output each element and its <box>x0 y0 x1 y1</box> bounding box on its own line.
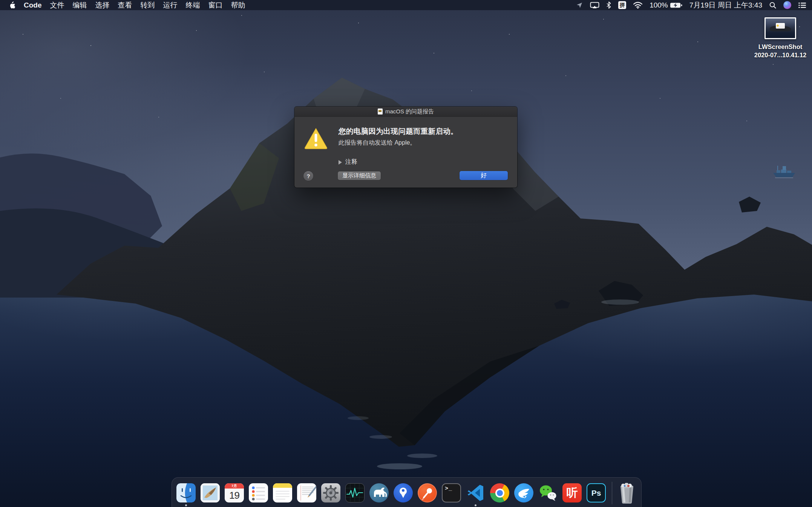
photoshop-icon: Ps <box>587 483 606 502</box>
comments-disclosure[interactable]: 注释 <box>339 158 357 166</box>
dialog-title: macOS 的问题报告 <box>385 108 434 115</box>
activity-monitor-icon <box>345 483 365 502</box>
dock-item-ting[interactable]: 听 <box>562 483 582 502</box>
dialog-heading: 您的电脑因为出现问题而重新启动。 <box>339 126 458 136</box>
dock-item-textedit[interactable] <box>297 483 316 502</box>
mamp-elephant-icon <box>369 483 389 502</box>
dialog-body-text: 此报告将自动发送给 Apple。 <box>339 139 416 147</box>
dock-item-finder[interactable] <box>176 483 196 502</box>
menu-selection[interactable]: 选择 <box>91 0 114 10</box>
problem-report-dialog: macOS 的问题报告 您的电脑因为出现问题而重新启动。 此报告将自动发送给 A… <box>294 107 517 188</box>
menu-view[interactable]: 查看 <box>114 0 136 10</box>
dock-item-activity-monitor[interactable] <box>345 483 365 502</box>
dock-item-chrome[interactable] <box>490 483 509 502</box>
dock-divider <box>612 482 612 504</box>
document-icon <box>378 108 383 115</box>
screen-mirroring-icon[interactable] <box>590 2 599 9</box>
calendar-icon: 7月 19 <box>225 483 244 502</box>
wechat-icon <box>538 483 558 502</box>
show-details-button[interactable]: 显示详细信息 <box>338 171 381 180</box>
dock-item-photoshop[interactable]: Ps <box>587 483 606 502</box>
dock-item-postman[interactable] <box>418 483 437 502</box>
wifi-icon[interactable] <box>633 2 642 9</box>
postman-icon <box>418 483 437 502</box>
menu-file[interactable]: 文件 <box>46 0 69 10</box>
dock-item-terminal[interactable]: >_ <box>442 483 461 502</box>
menu-bar-status: 拼 100% 7月19日 周日 上午3:43 <box>576 0 812 10</box>
disclosure-triangle-icon <box>339 160 342 165</box>
trash-full-icon <box>618 483 636 504</box>
notes-icon <box>273 483 292 502</box>
dock-item-reminders[interactable] <box>249 483 268 502</box>
ting-glyph: 听 <box>567 485 578 501</box>
desktop: Code 文件 编辑 选择 查看 转到 运行 终端 窗口 帮助 <box>0 0 812 507</box>
notification-list-icon[interactable] <box>798 2 806 8</box>
finder-icon <box>176 483 196 502</box>
dock-item-mail[interactable] <box>201 483 220 502</box>
dock-item-vscode[interactable] <box>466 483 485 502</box>
cargo-ship-illustration <box>772 165 797 181</box>
photoshop-ps-glyph: Ps <box>591 489 601 498</box>
textedit-icon <box>297 483 316 502</box>
menu-help[interactable]: 帮助 <box>227 0 250 10</box>
mamp-pro-pin-icon <box>394 483 413 502</box>
menu-edit[interactable]: 编辑 <box>69 0 91 10</box>
dock: 7月 19 <box>172 477 642 507</box>
input-method-badge[interactable]: 拼 <box>618 1 626 9</box>
menu-bar: Code 文件 编辑 选择 查看 转到 运行 终端 窗口 帮助 <box>0 0 812 10</box>
apple-icon <box>9 2 15 9</box>
battery-charging-icon <box>670 2 682 8</box>
ok-button[interactable]: 好 <box>460 171 508 180</box>
dialog-title-bar[interactable]: macOS 的问题报告 <box>294 107 517 117</box>
comments-label: 注释 <box>345 158 357 166</box>
dock-item-dingtalk[interactable] <box>514 483 533 502</box>
mail-icon <box>201 483 220 502</box>
bluetooth-icon[interactable] <box>607 2 611 9</box>
system-preferences-icon <box>321 483 340 502</box>
menu-terminal[interactable]: 终端 <box>182 0 204 10</box>
dock-item-calendar[interactable]: 7月 19 <box>225 483 244 502</box>
vscode-icon <box>466 483 485 502</box>
battery-percent: 100% <box>650 1 668 9</box>
ting-app-icon: 听 <box>562 483 582 502</box>
location-arrow-icon[interactable] <box>576 2 583 9</box>
dingtalk-icon <box>514 483 533 502</box>
battery-status[interactable]: 100% <box>650 1 682 9</box>
chrome-icon <box>490 483 509 502</box>
clock[interactable]: 7月19日 周日 上午3:43 <box>689 0 762 10</box>
dock-item-notes[interactable] <box>273 483 292 502</box>
help-button[interactable]: ? <box>303 171 313 181</box>
dock-item-trash[interactable] <box>618 483 636 504</box>
warning-triangle-icon <box>304 127 328 150</box>
menu-app-name[interactable]: Code <box>20 0 46 10</box>
screenshot-thumbnail-icon <box>765 17 796 39</box>
dock-item-mamp-pro[interactable] <box>394 483 413 502</box>
reminders-icon <box>249 483 268 502</box>
terminal-prompt-glyph: >_ <box>445 486 452 492</box>
apple-menu[interactable] <box>5 0 20 10</box>
menu-go[interactable]: 转到 <box>136 0 159 10</box>
calendar-month-label: 7月 <box>225 483 244 489</box>
desktop-file-label-line1: LWScreenShot <box>748 43 812 51</box>
dock-item-mamp[interactable] <box>369 483 389 502</box>
spotlight-icon[interactable] <box>769 2 776 9</box>
calendar-day-label: 19 <box>225 489 244 502</box>
dock-item-wechat[interactable] <box>538 483 558 502</box>
wallpaper-island <box>0 0 812 507</box>
terminal-icon: >_ <box>442 483 461 502</box>
dock-item-system-preferences[interactable] <box>321 483 340 502</box>
menu-run[interactable]: 运行 <box>159 0 182 10</box>
menu-window[interactable]: 窗口 <box>204 0 227 10</box>
desktop-file-lwscreenshot[interactable]: LWScreenShot 2020-07...10.41.12 <box>748 17 812 59</box>
siri-icon[interactable] <box>783 1 791 9</box>
desktop-file-label-line2: 2020-07...10.41.12 <box>748 51 812 59</box>
menu-bar-left: Code 文件 编辑 选择 查看 转到 运行 终端 窗口 帮助 <box>0 0 250 10</box>
